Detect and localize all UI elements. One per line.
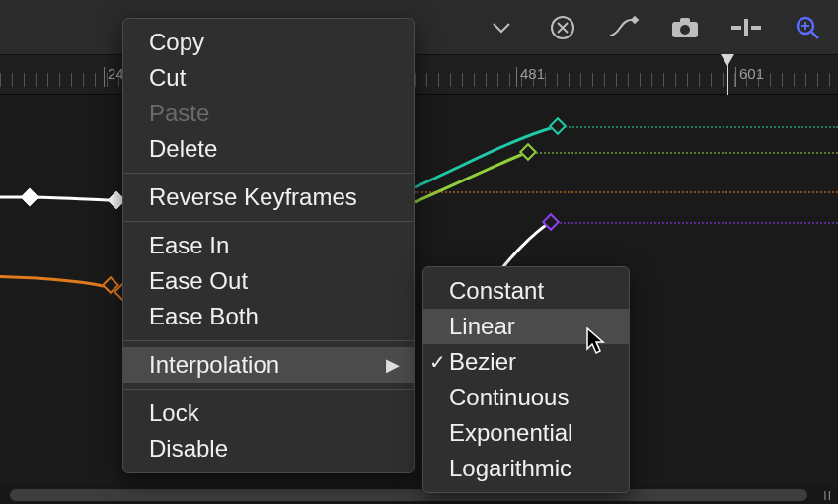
menu-item-ease-both[interactable]: Ease Both: [123, 299, 414, 334]
context-menu: CopyCutPasteDeleteReverse KeyframesEase …: [122, 18, 415, 473]
menu-item-label: Lock: [149, 399, 199, 427]
submenu-item-bezier[interactable]: ✓Bezier: [423, 344, 629, 380]
submenu-item-linear[interactable]: Linear: [423, 309, 629, 344]
submenu-item-label: Linear: [449, 313, 515, 340]
svg-rect-6: [751, 26, 761, 30]
submenu-item-label: Bezier: [449, 348, 516, 376]
close-circle-icon[interactable]: [546, 11, 579, 44]
menu-item-label: Ease Both: [149, 303, 259, 330]
svg-rect-5: [731, 26, 741, 30]
menu-item-label: Ease Out: [149, 267, 248, 295]
menu-item-ease-in[interactable]: Ease In: [123, 228, 414, 263]
dropdown-icon[interactable]: [485, 11, 518, 44]
menu-separator: [123, 389, 414, 390]
svg-point-4: [680, 25, 690, 35]
submenu-arrow-icon: ▶: [386, 354, 400, 376]
menu-item-label: Interpolation: [149, 351, 279, 379]
menu-item-copy[interactable]: Copy: [123, 25, 414, 60]
submenu-item-label: Continuous: [449, 384, 569, 411]
snap-tool-icon[interactable]: [729, 11, 763, 44]
interpolation-submenu: ConstantLinear✓BezierContinuousExponenti…: [422, 266, 630, 493]
menu-separator: [123, 221, 414, 222]
ruler-label: 601: [739, 65, 764, 82]
menu-item-label: Paste: [149, 100, 209, 127]
guide-line: [558, 126, 838, 128]
submenu-item-constant[interactable]: Constant: [423, 273, 629, 309]
guide-line: [551, 222, 838, 224]
playhead-cap-icon: [721, 54, 734, 66]
menu-item-label: Copy: [149, 29, 204, 56]
submenu-item-label: Logarithmic: [449, 455, 571, 482]
menu-item-ease-out[interactable]: Ease Out: [123, 263, 414, 299]
submenu-item-continuous[interactable]: Continuous: [423, 380, 629, 415]
submenu-item-label: Constant: [449, 277, 544, 305]
menu-item-label: Reverse Keyframes: [149, 183, 357, 211]
scrollbar-thumb[interactable]: [10, 489, 807, 501]
ruler-label: 481: [520, 65, 545, 82]
menu-item-label: Cut: [149, 64, 186, 92]
menu-item-label: Ease In: [149, 232, 229, 259]
horizontal-scrollbar[interactable]: II: [0, 486, 838, 504]
menu-item-paste: Paste: [123, 96, 414, 131]
submenu-item-exponential[interactable]: Exponential: [423, 415, 629, 451]
guide-line: [415, 191, 838, 193]
menu-item-disable[interactable]: Disable: [123, 431, 414, 467]
submenu-item-label: Exponential: [449, 419, 572, 447]
pause-icon: II: [823, 489, 832, 503]
check-icon: ✓: [429, 350, 446, 374]
guide-line: [528, 152, 838, 154]
svg-rect-3: [680, 18, 690, 24]
zoom-icon[interactable]: [791, 11, 824, 44]
menu-item-cut[interactable]: Cut: [123, 60, 414, 96]
menu-separator: [123, 340, 414, 341]
curve-tool-icon[interactable]: [607, 11, 641, 44]
svg-rect-1: [631, 16, 639, 24]
menu-item-label: Delete: [149, 135, 217, 163]
menu-item-lock[interactable]: Lock: [123, 396, 414, 431]
svg-rect-7: [744, 19, 748, 36]
menu-item-interpolation[interactable]: Interpolation▶: [123, 347, 414, 383]
menu-item-reverse-keyframes[interactable]: Reverse Keyframes: [123, 180, 414, 215]
menu-item-delete[interactable]: Delete: [123, 131, 414, 167]
menu-item-label: Disable: [149, 435, 228, 463]
submenu-item-logarithmic[interactable]: Logarithmic: [423, 451, 629, 486]
camera-icon[interactable]: [668, 11, 702, 44]
menu-separator: [123, 173, 414, 174]
